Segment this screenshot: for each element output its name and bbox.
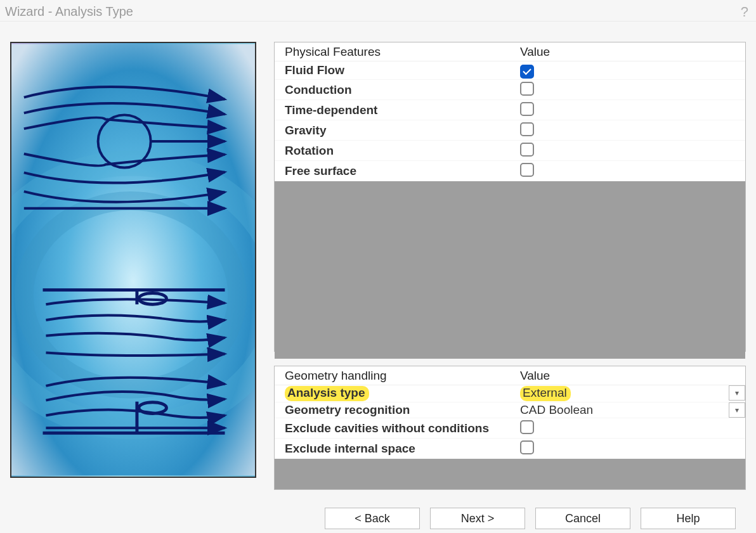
physical-row: Fluid Flow (275, 61, 745, 80)
geometry-checkbox[interactable] (520, 420, 534, 434)
wizard-footer: < Back Next > Cancel Help (0, 508, 756, 529)
next-button[interactable]: Next > (430, 508, 525, 529)
geometry-label: Geometry recognition (275, 402, 510, 418)
geometry-value: CAD Boolean (520, 403, 593, 416)
chevron-down-icon[interactable]: ▾ (729, 402, 745, 418)
geometry-label: Exclude cavities without conditions (275, 418, 510, 439)
geometry-value-cell[interactable]: External▾ (510, 385, 745, 402)
feature-checkbox[interactable] (520, 82, 534, 96)
feature-label: Free surface (275, 161, 510, 181)
col-header-gval: Value (510, 366, 745, 385)
back-button[interactable]: < Back (325, 508, 420, 529)
geometry-value: External (520, 386, 571, 401)
physical-row: Rotation (275, 141, 745, 161)
feature-checkbox[interactable] (520, 102, 534, 116)
geometry-checkbox[interactable] (520, 440, 534, 454)
geometry-label: Exclude internal space (275, 439, 510, 459)
geometry-row: Exclude cavities without conditions (275, 418, 745, 439)
geometry-label: Analysis type (275, 385, 510, 402)
feature-checkbox[interactable] (520, 143, 534, 157)
geometry-handling-panel: Geometry handling Value Analysis typeExt… (274, 366, 746, 490)
cancel-button[interactable]: Cancel (535, 508, 630, 529)
window-title: Wizard - Analysis Type (5, 4, 133, 19)
title-bar: Wizard - Analysis Type ? (0, 0, 756, 22)
chevron-down-icon[interactable]: ▾ (729, 385, 745, 401)
feature-checkbox[interactable] (520, 65, 534, 79)
feature-label: Gravity (275, 120, 510, 141)
geometry-value-cell[interactable] (510, 439, 745, 459)
col-header-feature: Physical Features (275, 42, 510, 61)
feature-label: Conduction (275, 80, 510, 100)
geometry-value-cell[interactable]: CAD Boolean▾ (510, 402, 745, 418)
physical-row: Gravity (275, 120, 745, 141)
feature-checkbox[interactable] (520, 122, 534, 136)
physical-features-table: Physical Features Value Fluid FlowConduc… (275, 42, 745, 181)
col-header-value: Value (510, 42, 745, 61)
feature-label: Time-dependent (275, 100, 510, 120)
geometry-row: Geometry recognitionCAD Boolean▾ (275, 402, 745, 418)
feature-label: Rotation (275, 141, 510, 161)
feature-label: Fluid Flow (275, 61, 510, 80)
physical-features-panel: Physical Features Value Fluid FlowConduc… (274, 42, 746, 352)
physical-row: Time-dependent (275, 100, 745, 120)
col-header-geom: Geometry handling (275, 366, 510, 385)
feature-checkbox[interactable] (520, 163, 534, 177)
geometry-handling-table: Geometry handling Value Analysis typeExt… (275, 366, 745, 459)
physical-row: Free surface (275, 161, 745, 181)
geometry-row: Exclude internal space (275, 439, 745, 459)
illustration-panel (10, 42, 256, 478)
geometry-row: Analysis typeExternal▾ (275, 385, 745, 402)
help-icon[interactable]: ? (741, 4, 748, 20)
physical-row: Conduction (275, 80, 745, 100)
flow-illustration-icon (11, 43, 255, 477)
geometry-value-cell[interactable] (510, 418, 745, 439)
help-button[interactable]: Help (641, 508, 736, 529)
